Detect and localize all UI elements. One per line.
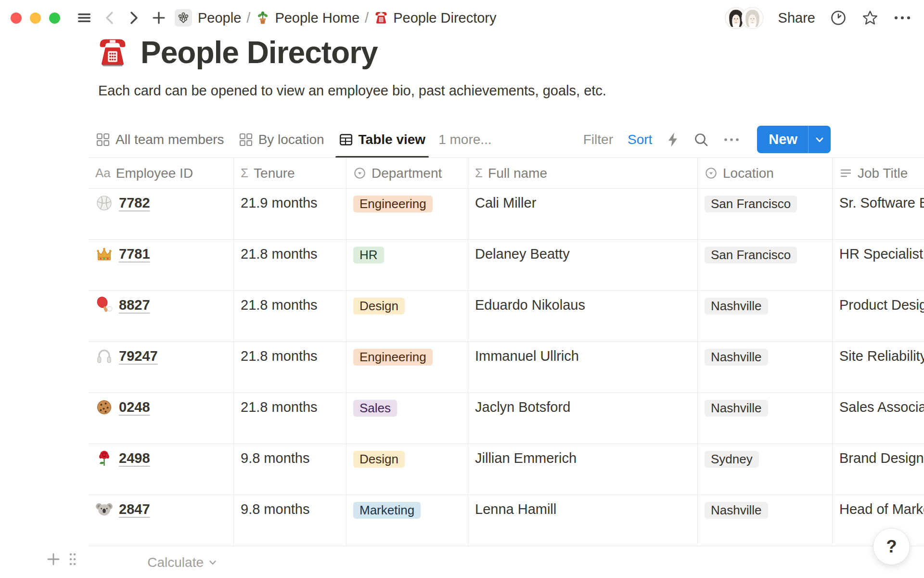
column-header-tenure[interactable]: Σ Tenure (234, 158, 346, 188)
column-header-location[interactable]: Location (698, 158, 833, 188)
employee-id-value[interactable]: 7781 (119, 245, 150, 263)
department-cell[interactable]: Sales (346, 393, 468, 444)
location-cell[interactable]: Nashville (698, 291, 833, 342)
new-dropdown-chevron-icon[interactable] (808, 126, 831, 153)
tab-by-location[interactable]: By location (231, 121, 332, 158)
tab-label: By location (258, 132, 324, 147)
department-cell[interactable]: Marketing (346, 495, 468, 546)
column-header-full-name[interactable]: Σ Full name (468, 158, 698, 188)
calculate-dropdown[interactable]: Calculate (89, 552, 234, 573)
column-header-job-title[interactable]: Job Title (833, 158, 924, 188)
full-name-cell[interactable]: Eduardo Nikolaus (468, 291, 698, 342)
tab-table-view[interactable]: Table view (332, 121, 433, 158)
column-header-employee-id[interactable]: Aa Employee ID (89, 158, 234, 188)
column-label: Department (372, 166, 442, 181)
forward-icon[interactable] (128, 10, 140, 26)
page-icon-red-telephone[interactable] (96, 36, 129, 69)
tenure-cell[interactable]: 9.8 months (234, 444, 346, 495)
employee-id-cell[interactable]: 79247 (89, 342, 234, 393)
filter-button[interactable]: Filter (583, 132, 613, 147)
full-name-cell[interactable]: Delaney Beatty (468, 240, 698, 290)
job-title-cell[interactable]: Sales Associate (833, 393, 924, 444)
tenure-cell[interactable]: 21.8 months (234, 342, 346, 393)
help-button[interactable]: ? (873, 528, 910, 565)
job-title-cell[interactable]: Product Designer (833, 291, 924, 342)
job-title-cell[interactable]: Brand Designer (833, 444, 924, 495)
more-views-button[interactable]: 1 more... (433, 132, 497, 147)
department-cell[interactable]: HR (346, 240, 468, 290)
department-cell[interactable]: Engineering (346, 189, 468, 239)
location-cell[interactable]: Nashville (698, 495, 833, 546)
column-label: Tenure (254, 166, 295, 181)
full-name-cell[interactable]: Lenna Hamill (468, 495, 698, 546)
back-icon[interactable] (103, 10, 116, 26)
zoom-window-button[interactable] (49, 13, 60, 24)
employee-id-value[interactable]: 2498 (119, 449, 150, 467)
workspace-icon[interactable] (175, 9, 192, 26)
favorite-star-icon[interactable] (861, 9, 879, 26)
share-button[interactable]: Share (778, 10, 815, 26)
table-row[interactable]: 2498 9.8 months Design Jillian Emmerich … (89, 444, 924, 495)
location-cell[interactable]: San Francisco (698, 189, 833, 239)
employee-id-value[interactable]: 2847 (119, 500, 150, 518)
employee-id-value[interactable]: 8827 (119, 296, 150, 314)
location-cell[interactable]: San Francisco (698, 240, 833, 290)
more-options-icon[interactable] (893, 15, 911, 21)
job-title-cell[interactable]: Sr. Software Engineer (833, 189, 924, 239)
table-row[interactable]: 2847 9.8 months Marketing Lenna Hamill N… (89, 495, 924, 546)
table-row[interactable]: 0248 21.8 months Sales Jaclyn Botsford N… (89, 393, 924, 444)
employee-id-cell[interactable]: 7781 (89, 240, 234, 290)
drag-handle-icon[interactable] (68, 552, 77, 566)
employee-id-value[interactable]: 7782 (119, 194, 150, 212)
employee-id-cell[interactable]: 8827 (89, 291, 234, 342)
breadcrumb-people-home[interactable]: People Home (256, 10, 359, 26)
location-tag: San Francisco (705, 247, 797, 263)
tenure-cell[interactable]: 9.8 months (234, 495, 346, 546)
location-cell[interactable]: Nashville (698, 393, 833, 444)
full-name-cell[interactable]: Jaclyn Botsford (468, 393, 698, 444)
view-options-icon[interactable] (723, 137, 740, 142)
minimize-window-button[interactable] (30, 13, 41, 24)
employee-id-cell[interactable]: 0248 (89, 393, 234, 444)
department-cell[interactable]: Design (346, 444, 468, 495)
job-title-cell[interactable]: HR Specialist (833, 240, 924, 290)
job-title-cell[interactable]: Site Reliability Engineer (833, 342, 924, 393)
location-cell[interactable]: Nashville (698, 342, 833, 393)
close-window-button[interactable] (11, 13, 22, 24)
table-row[interactable]: 79247 21.8 months Engineering Immanuel U… (89, 342, 924, 393)
tenure-cell[interactable]: 21.8 months (234, 240, 346, 290)
add-row-plus-icon[interactable] (46, 552, 61, 566)
table-row[interactable]: 8827 21.8 months Design Eduardo Nikolaus… (89, 291, 924, 342)
full-name-cell[interactable]: Cali Miller (468, 189, 698, 239)
table-row[interactable]: 7781 21.8 months HR Delaney Beatty San F… (89, 240, 924, 291)
full-name-cell[interactable]: Jillian Emmerich (468, 444, 698, 495)
employee-id-value[interactable]: 0248 (119, 398, 150, 416)
location-tag: Nashville (705, 400, 768, 417)
location-cell[interactable]: Sydney (698, 444, 833, 495)
breadcrumb-people[interactable]: People (198, 10, 241, 26)
tenure-cell[interactable]: 21.9 months (234, 189, 346, 239)
tenure-cell[interactable]: 21.8 months (234, 393, 346, 444)
sort-button[interactable]: Sort (628, 132, 652, 147)
tenure-cell[interactable]: 21.8 months (234, 291, 346, 342)
employee-id-cell[interactable]: 2498 (89, 444, 234, 495)
department-cell[interactable]: Design (346, 291, 468, 342)
employee-id-cell[interactable]: 2847 (89, 495, 234, 546)
department-cell[interactable]: Engineering (346, 342, 468, 393)
breadcrumb-people-directory[interactable]: People Directory (374, 10, 496, 26)
employee-id-value[interactable]: 79247 (119, 347, 158, 365)
new-tab-plus-icon[interactable] (152, 11, 166, 25)
new-button[interactable]: New (757, 126, 808, 153)
collaborator-avatars[interactable] (725, 7, 764, 29)
employee-id-cell[interactable]: 7782 (89, 189, 234, 239)
breadcrumb-separator: / (246, 10, 250, 26)
column-header-department[interactable]: Department (346, 158, 468, 188)
sidebar-menu-icon[interactable] (77, 10, 92, 26)
full-name-cell[interactable]: Immanuel Ullrich (468, 342, 698, 393)
automations-bolt-icon[interactable] (667, 131, 679, 148)
window-titlebar: People / People Home / (0, 0, 924, 36)
tab-all-team-members[interactable]: All team members (89, 121, 231, 158)
updates-clock-icon[interactable] (830, 9, 847, 26)
search-icon[interactable] (693, 132, 709, 147)
table-row[interactable]: 7782 21.9 months Engineering Cali Miller… (89, 189, 924, 240)
